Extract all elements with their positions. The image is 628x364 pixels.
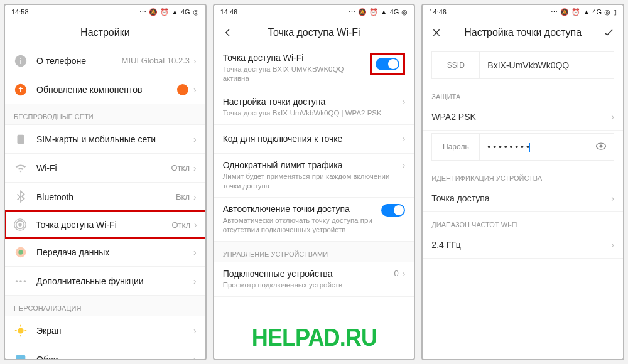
row-value: Откл xyxy=(171,163,190,173)
status-icons: ⋯🔕⏰▲ 4G◎▯ xyxy=(551,8,617,16)
row-label: Настройка точки доступа xyxy=(223,97,403,107)
auto-off-toggle[interactable] xyxy=(381,204,405,217)
chevron-icon: › xyxy=(193,163,197,173)
chevron-icon: › xyxy=(193,85,197,95)
svg-point-9 xyxy=(16,280,18,282)
chevron-icon: › xyxy=(403,269,406,279)
row-more[interactable]: Дополнительные функции › xyxy=(5,267,205,296)
chevron-icon: › xyxy=(611,193,614,203)
chevron-icon: › xyxy=(193,192,197,202)
chevron-icon: › xyxy=(403,97,406,107)
row-auto-off[interactable]: Автоотключение точки доступа Автоматичес… xyxy=(214,198,414,242)
row-qr[interactable]: Код для подключения к точке › xyxy=(214,125,414,154)
screen-hotspot: 14:46 ⋯🔕⏰▲ 4G◎ Точка доступа Wi-Fi Точка… xyxy=(213,4,416,360)
row-hotspot-config[interactable]: Настройка точки доступа Точка доступа Bx… xyxy=(214,90,414,125)
row-sub: Просмотр подключенных устройств xyxy=(223,281,394,290)
section-id: ИДЕНТИФИКАЦИЯ УСТРОЙСТВА xyxy=(423,166,623,185)
chevron-icon: › xyxy=(611,112,614,122)
back-button[interactable] xyxy=(214,19,242,46)
row-hotspot[interactable]: Точка доступа Wi-Fi Откл › xyxy=(5,210,205,239)
row-label: Точка доступа Wi-Fi xyxy=(223,53,371,63)
page-title: Точка доступа Wi-Fi xyxy=(268,27,360,38)
update-badge xyxy=(177,84,188,95)
row-update[interactable]: Обновление компонентов › xyxy=(5,75,205,104)
status-bar: 14:46 ⋯🔕⏰▲ 4G◎▯ xyxy=(423,5,623,19)
clock: 14:46 xyxy=(220,8,238,16)
row-about[interactable]: i О телефоне MIUI Global 10.2.3 › xyxy=(5,46,205,75)
device-id-value: Точка доступа xyxy=(431,193,489,203)
close-button[interactable] xyxy=(423,19,450,46)
chevron-icon: › xyxy=(193,247,197,257)
field-label: Пароль xyxy=(432,134,480,160)
chevron-icon: › xyxy=(193,326,197,336)
row-sub: Автоматически отключать точку доступа пр… xyxy=(223,216,382,235)
row-label: Однократный лимит трафика xyxy=(223,160,403,170)
highlight-box xyxy=(370,53,405,75)
screen-hotspot-config: 14:46 ⋯🔕⏰▲ 4G◎▯ Настройка точки доступа … xyxy=(421,4,624,360)
row-bluetooth[interactable]: Bluetooth Вкл › xyxy=(5,183,205,211)
svg-point-19 xyxy=(600,144,603,147)
display-icon xyxy=(14,324,28,338)
status-icons: ⋯ 🔕 ⏰ ▲ 4G ◎ xyxy=(139,8,199,16)
security-value: WPA2 PSK xyxy=(431,112,476,122)
header: Настройки xyxy=(5,19,205,46)
sim-icon xyxy=(14,132,28,146)
update-icon xyxy=(14,83,28,97)
row-label: Bluetooth xyxy=(36,192,176,202)
show-password-button[interactable] xyxy=(588,140,614,154)
field-ssid[interactable]: SSID BxIX-UmVkbWk0QQ xyxy=(431,51,614,79)
password-input[interactable]: • • • • • • • • xyxy=(480,142,588,152)
wallpaper-icon xyxy=(14,353,28,360)
svg-point-11 xyxy=(24,280,26,282)
header: Точка доступа Wi-Fi xyxy=(214,19,414,46)
row-sim[interactable]: SIM-карты и мобильные сети › xyxy=(5,125,205,154)
row-value: Вкл xyxy=(176,192,190,201)
confirm-button[interactable] xyxy=(594,19,623,46)
row-data[interactable]: Передача данных › xyxy=(5,238,205,267)
battery-icon: ▯ xyxy=(613,8,617,16)
back-icon xyxy=(223,28,233,38)
hotspot-icon: ◎ xyxy=(193,8,199,16)
row-limit[interactable]: Однократный лимит трафика Лимит будет пр… xyxy=(214,154,414,198)
row-label: Обои xyxy=(36,355,193,360)
svg-point-8 xyxy=(18,250,23,254)
row-label: Wi-Fi xyxy=(36,163,171,173)
close-icon xyxy=(431,28,441,38)
section-wireless: БЕСПРОВОДНЫЕ СЕТИ xyxy=(5,104,205,125)
row-connected[interactable]: Подключенные устройства Просмотр подключ… xyxy=(214,262,414,297)
row-label: Экран xyxy=(36,326,193,336)
row-label: Обновление компонентов xyxy=(36,85,177,95)
svg-text:i: i xyxy=(20,56,22,65)
row-security[interactable]: WPA2 PSK › xyxy=(423,103,623,131)
row-wifi[interactable]: Wi-Fi Откл › xyxy=(5,154,205,183)
net-label: 4G xyxy=(181,8,190,16)
svg-point-4 xyxy=(18,223,22,227)
row-label: Автоотключение точки доступа xyxy=(223,204,382,214)
row-band[interactable]: 2,4 ГГц › xyxy=(423,231,623,259)
hotspot-list: Точка доступа Wi-Fi Точка доступа BXIX-U… xyxy=(214,46,414,359)
hotspot-icon xyxy=(13,218,27,232)
band-value: 2,4 ГГц xyxy=(431,240,461,250)
section-personalization: ПЕРСОНАЛИЗАЦИЯ xyxy=(5,296,205,316)
chevron-icon: › xyxy=(193,276,197,286)
chevron-icon: › xyxy=(193,56,197,66)
alarm-icon: ⏰ xyxy=(160,8,169,16)
clock: 14:58 xyxy=(11,8,29,16)
mute-icon: 🔕 xyxy=(149,8,158,16)
header: Настройка точки доступа xyxy=(423,19,623,46)
row-sub: Лимит будет применяться при каждом включ… xyxy=(223,172,403,191)
row-label: Дополнительные функции xyxy=(36,276,193,286)
row-display[interactable]: Экран › xyxy=(5,316,205,345)
bluetooth-icon xyxy=(14,190,28,204)
connected-count: 0 xyxy=(394,269,398,278)
ssid-input[interactable]: BxIX-UmVkbWk0QQ xyxy=(480,60,614,70)
field-label: SSID xyxy=(432,52,480,78)
hotspot-toggle[interactable] xyxy=(376,58,399,70)
row-wallpaper[interactable]: Обои › xyxy=(5,345,205,359)
field-password[interactable]: Пароль • • • • • • • • xyxy=(431,133,614,161)
section-band: ДИАПАЗОН ЧАСТОТ WI-FI xyxy=(423,212,623,231)
row-device-id[interactable]: Точка доступа › xyxy=(423,185,623,212)
watermark: HELPAD.RU xyxy=(219,324,409,351)
row-hotspot-toggle[interactable]: Точка доступа Wi-Fi Точка доступа BXIX-U… xyxy=(214,46,414,90)
status-icons: ⋯🔕⏰▲ 4G◎ xyxy=(349,8,408,16)
